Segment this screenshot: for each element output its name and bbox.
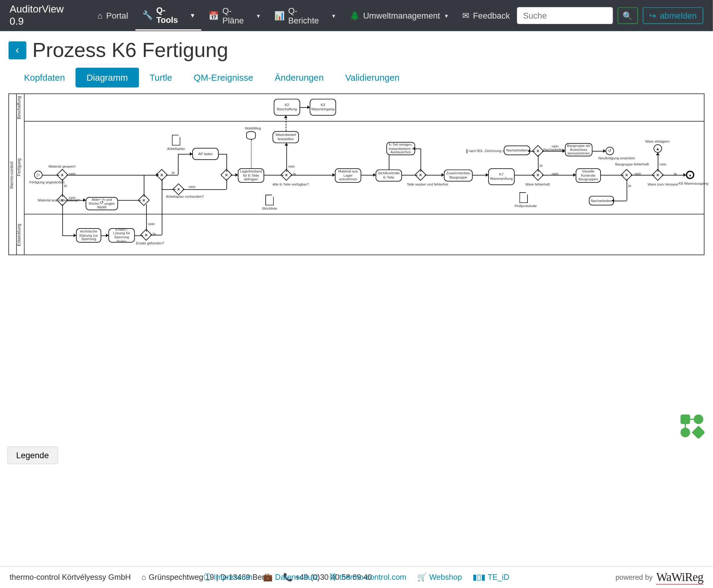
- lane-divider: [24, 121, 704, 122]
- back-button[interactable]: ‹: [8, 41, 26, 59]
- task-nacharbeiten[interactable]: Nacharbeiten: [504, 146, 530, 155]
- data-stueckliste[interactable]: [266, 195, 274, 205]
- home-icon: ⌂: [142, 572, 146, 581]
- nav-portal[interactable]: ⌂ Portal: [90, 6, 135, 25]
- search-icon: 🔍: [623, 11, 633, 20]
- annotation-nachbg: nach BG- Zeichnung oder Arbeitsplan: [467, 149, 492, 153]
- barcode-icon: ▮▯▮: [473, 572, 485, 581]
- subprocess-k7[interactable]: K7 Warenprüfung: [488, 168, 515, 185]
- search-button[interactable]: 🔍: [617, 7, 638, 24]
- data-pruefprotokolle[interactable]: [520, 192, 528, 203]
- task-zusammenbau[interactable]: Zusammenbau Baugruppe: [444, 169, 473, 181]
- svg-point-1: [694, 414, 703, 424]
- bpmn-diagram[interactable]: Beschaffung Fertigung Entwicklung thermo…: [8, 93, 705, 255]
- end-event[interactable]: ●: [686, 171, 694, 179]
- sitemap-icon: ⛓: [329, 572, 337, 581]
- subprocess-k3[interactable]: K3 Wareneingang: [310, 99, 336, 115]
- caret-icon: ▾: [332, 12, 335, 19]
- task-ap-laden[interactable]: AP laden: [192, 148, 219, 160]
- brand[interactable]: AuditorView 0.9: [9, 4, 79, 28]
- gateway-bg-label: Baugruppe fehlerhaft: [615, 162, 639, 166]
- gateway-gesperrt-label: Material gesperrt: [48, 165, 76, 169]
- task-visuelle[interactable]: Visuelle Kontrolle Baugruppen: [575, 168, 601, 183]
- event-neufertigung-label: Neufertigung anstoßen: [599, 156, 623, 160]
- start-label: Fertigung angestoßen: [29, 180, 48, 184]
- signout-icon: ↪: [649, 10, 656, 20]
- data-pruef-label: Prüfprotokolle: [515, 204, 537, 208]
- calendar-icon: 📅: [208, 10, 218, 20]
- link-webshop[interactable]: 🛒Webshop: [417, 572, 462, 583]
- task-ersatz[interactable]: Ersatz / Lösung für Sperrung finden: [108, 228, 135, 243]
- event-neufertigung[interactable]: ↺: [606, 147, 614, 155]
- home-icon: ⌂: [98, 10, 103, 20]
- powered-brand[interactable]: WaWiReg: [656, 570, 703, 584]
- link-datenschutz[interactable]: 💼Datenschutz: [263, 572, 318, 583]
- task-material-lager[interactable]: Material aus Lager entnehmen: [335, 168, 361, 183]
- page-title: Prozess K6 Fertigung: [32, 38, 228, 62]
- nav-qberichte[interactable]: 📊 Q-Berichte ▾: [267, 1, 342, 30]
- tab-bar: Kopfdaten Diagramm Turtle QM-Ereignisse …: [0, 64, 713, 93]
- nav-feedback[interactable]: ✉ Feedback: [455, 6, 517, 25]
- cart-icon: 🛒: [417, 572, 426, 581]
- nav-qplaene-label: Q-Pläne: [223, 6, 252, 25]
- link-impressum[interactable]: ⓘImpressum: [204, 572, 252, 583]
- start-event[interactable]: ▷: [34, 171, 43, 179]
- chart-icon: 📊: [274, 10, 284, 20]
- subprocess-k2[interactable]: K2 Beschaffung: [274, 99, 300, 115]
- compensation-icon: ↺: [99, 200, 105, 206]
- tab-qm[interactable]: QM-Ereignisse: [183, 68, 264, 87]
- task-ausschuss[interactable]: Baugruppe als Ausschuss kennzeichnen: [565, 143, 592, 156]
- tab-kopfdaten[interactable]: Kopfdaten: [13, 68, 76, 87]
- svg-rect-0: [680, 414, 690, 424]
- powered-label: powered by: [615, 573, 653, 581]
- nav-qberichte-label: Q-Berichte: [288, 6, 327, 25]
- versand-label: Ware zum Versand: [648, 183, 668, 187]
- wrench-icon: 🔧: [142, 10, 152, 20]
- bpmn-fab-icon[interactable]: [679, 414, 705, 439]
- legend-button[interactable]: Legende: [7, 446, 58, 464]
- nav-feedback-label: Feedback: [473, 10, 510, 20]
- navbar: AuditorView 0.9 ⌂ Portal 🔧 Q-Tools ▾ 📅 Q…: [0, 0, 713, 31]
- nav-qplaene[interactable]: 📅 Q-Pläne ▾: [202, 1, 267, 30]
- caret-icon: ▾: [191, 12, 194, 18]
- footer-company: thermo-control Körtvélyessy GmbH: [9, 572, 131, 581]
- logout-button[interactable]: ↪ abmelden: [643, 7, 704, 24]
- gateway-fehlerhaft-label: Ware fehlerhaft: [525, 183, 550, 187]
- tab-diagramm[interactable]: Diagramm: [76, 68, 139, 87]
- caret-icon: ▾: [445, 12, 448, 19]
- event-einlagern[interactable]: ▲: [654, 144, 662, 153]
- end-label: K8 Warenausgang: [678, 182, 702, 186]
- gateway-ersatz-label: Ersatz gefunden?: [136, 241, 156, 245]
- search-input[interactable]: [517, 7, 613, 24]
- logout-label: abmelden: [660, 10, 697, 20]
- gateway-sauber-label: Teile sauber und fehlerfrei: [407, 183, 435, 187]
- caret-icon: ▾: [257, 12, 260, 19]
- nav-qtools[interactable]: 🔧 Q-Tools ▾: [135, 1, 202, 30]
- envelope-icon: ✉: [462, 10, 469, 20]
- briefcase-icon: 💼: [263, 572, 272, 581]
- event-einlagern-label: Ware einlagern: [645, 140, 669, 144]
- task-nacharbeiten2[interactable]: Nacharbeiten: [589, 196, 614, 205]
- tab-validierungen[interactable]: Validierungen: [335, 68, 411, 87]
- tab-aenderungen[interactable]: Änderungen: [264, 68, 334, 87]
- data-arbeitsplan-label: Arbeitsplan: [167, 147, 185, 151]
- link-domain[interactable]: ⛓thermo-control.com: [329, 572, 406, 583]
- datastore-label: WaWiReg: [245, 126, 261, 130]
- datastore-wawireg[interactable]: [246, 131, 256, 140]
- footer: thermo-control Körtvélyessy GmbH ⌂ Grüns…: [0, 566, 713, 588]
- gateway-eteile-label: Alle E-Teile verfügbar?: [273, 183, 299, 187]
- chevron-left-icon: ‹: [16, 44, 19, 56]
- task-warenbedarf[interactable]: Warenbedarf feststellen: [273, 131, 299, 143]
- nav-umwelt[interactable]: 🌲 Umweltmanagement ▾: [342, 6, 455, 25]
- tab-turtle[interactable]: Turtle: [139, 68, 183, 87]
- data-arbeitsplan[interactable]: [172, 135, 181, 145]
- task-tech-klaerung[interactable]: technische Klärung zur Sperrung: [76, 228, 102, 243]
- task-sichtkontrolle[interactable]: Sichtkontrolle E-Teile: [376, 169, 402, 181]
- tree-icon: 🌲: [350, 10, 359, 20]
- gateway-ap-label: Arbeitsplan vorhanden?: [166, 195, 191, 198]
- data-stueckliste-label: Stückliste: [262, 207, 277, 211]
- task-lagerbestand[interactable]: Lagerbestand für E-Teile abfragen: [238, 168, 265, 183]
- task-reinigen[interactable]: E-Teil reinigen, instandsetzen / Austaus…: [386, 142, 415, 155]
- link-teid[interactable]: ▮▯▮TE_iD: [473, 572, 509, 583]
- info-icon: ⓘ: [204, 572, 211, 583]
